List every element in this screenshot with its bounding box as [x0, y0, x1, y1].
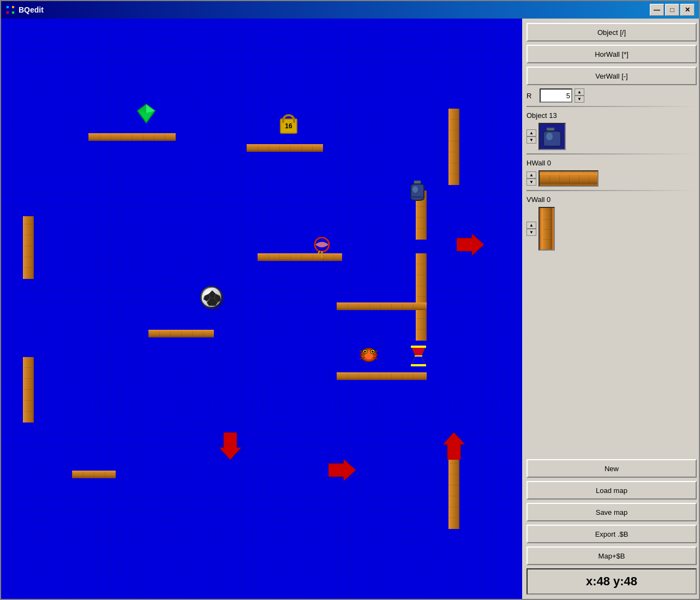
arrow-right-1	[457, 233, 484, 258]
arrow-right-2	[328, 458, 356, 484]
svg-marker-15	[209, 290, 216, 298]
svg-rect-13	[412, 196, 423, 198]
platform-corner-2	[337, 372, 349, 380]
svg-marker-21	[457, 234, 484, 256]
vwall-preview-row: ▲ ▼	[527, 207, 697, 251]
svg-marker-23	[328, 459, 356, 481]
horwall-button[interactable]: HorWall [*]	[527, 45, 697, 63]
platform-corner-1	[337, 302, 427, 310]
svg-point-30	[372, 351, 374, 353]
object-preview-row: ▲ ▼	[527, 123, 697, 150]
minimize-button[interactable]: —	[650, 4, 664, 16]
platform-2	[247, 144, 323, 152]
hwall-label: HWall 0	[527, 159, 697, 167]
divider-2	[527, 153, 697, 155]
candy-object	[313, 237, 331, 259]
r-control-row: R ▲ ▼	[527, 88, 697, 103]
r-spin-up[interactable]: ▲	[575, 88, 584, 96]
hwall-preview	[539, 170, 599, 187]
arrow-up-1	[442, 432, 466, 461]
coordinates-display: x:48 y:48	[527, 568, 697, 595]
potion-object	[408, 180, 427, 203]
lock-object: 16	[277, 114, 301, 140]
window-controls: — □ ✕	[650, 4, 695, 16]
close-button[interactable]: ✕	[680, 4, 695, 16]
svg-marker-22	[219, 432, 241, 460]
platform-6	[337, 372, 427, 380]
hwall-preview-row: ▲ ▼	[527, 170, 697, 187]
r-spin-down[interactable]: ▼	[575, 96, 584, 103]
r-input[interactable]	[540, 88, 572, 103]
platform-5	[72, 471, 116, 478]
divider-1	[527, 106, 697, 107]
hourglass-object	[409, 345, 428, 369]
vwall-3	[23, 216, 34, 279]
svg-rect-4	[7, 6, 9, 8]
game-canvas[interactable]: 16	[1, 19, 522, 599]
svg-rect-6	[7, 11, 9, 14]
divider-3	[527, 190, 697, 191]
platform-4	[148, 330, 214, 337]
object-button[interactable]: Object [/]	[527, 23, 697, 41]
vwall-spinners: ▲ ▼	[527, 222, 536, 236]
arrow-down-1	[218, 432, 242, 461]
hwall-spinners: ▲ ▼	[527, 171, 536, 186]
svg-marker-24	[443, 432, 465, 460]
load-map-button[interactable]: Load map	[527, 481, 697, 500]
save-map-button[interactable]: Save map	[527, 503, 697, 521]
object-spin-down[interactable]: ▼	[527, 136, 536, 144]
vwall-label: VWall 0	[527, 195, 697, 204]
spider-object	[357, 345, 380, 366]
main-content: 16	[1, 19, 699, 599]
object-label: Object 13	[527, 111, 697, 120]
vwall-spin-up[interactable]: ▲	[527, 222, 536, 229]
platform-1	[88, 133, 176, 141]
object-preview	[539, 123, 566, 150]
vwall-preview	[539, 207, 555, 251]
svg-point-12	[412, 186, 418, 193]
verwall-button[interactable]: VerWall [-]	[527, 67, 697, 85]
sidebar: Object [/] HorWall [*] VerWall [-] R ▲ ▼…	[522, 19, 699, 599]
ball-object	[200, 286, 222, 308]
map-button[interactable]: Map+$B	[527, 546, 697, 565]
svg-rect-42	[411, 364, 426, 366]
svg-rect-41	[411, 346, 426, 348]
vwall-4	[448, 109, 459, 185]
vwall-spin-down[interactable]: ▼	[527, 229, 536, 236]
maximize-button[interactable]: □	[665, 4, 679, 16]
r-spinners: ▲ ▼	[575, 88, 584, 103]
export-button[interactable]: Export .$B	[527, 525, 697, 543]
new-button[interactable]: New	[527, 459, 697, 478]
svg-rect-5	[12, 6, 14, 8]
r-label: R	[527, 92, 537, 100]
hwall-spin-down[interactable]: ▼	[527, 179, 536, 186]
svg-rect-7	[12, 11, 14, 14]
title-bar: BQedit — □ ✕	[1, 1, 699, 19]
hwall-spin-up[interactable]: ▲	[527, 171, 536, 179]
coords-text: x:48 y:48	[586, 574, 637, 589]
svg-point-29	[364, 351, 366, 353]
object-spin-up[interactable]: ▲	[527, 129, 536, 136]
vwall-6	[23, 357, 34, 423]
object-spinners: ▲ ▼	[527, 129, 536, 144]
window-title: BQedit	[19, 5, 650, 14]
main-window: BQedit — □ ✕	[0, 0, 700, 600]
gem-object	[135, 103, 157, 126]
svg-point-44	[546, 133, 553, 140]
app-icon	[5, 5, 15, 15]
vwall-2	[416, 253, 427, 341]
